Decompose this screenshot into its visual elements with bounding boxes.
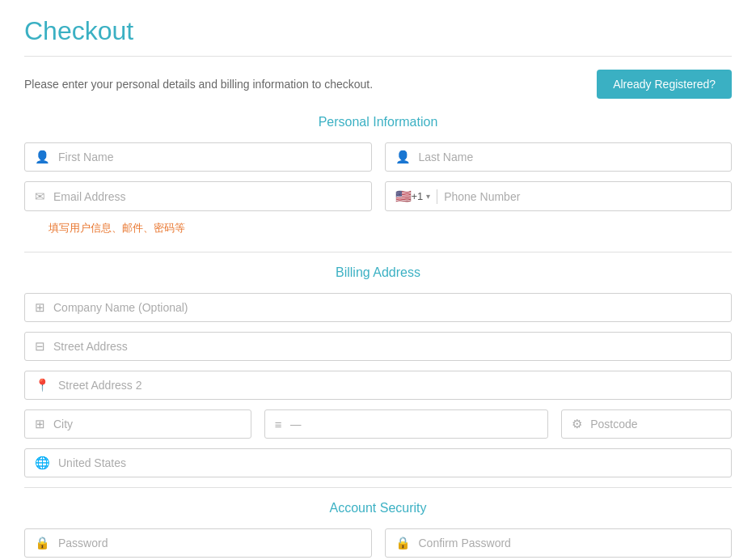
company-row: ⊞ <box>24 293 732 322</box>
phone-group: 🇺🇸 +1 ▾ <box>385 181 733 211</box>
contact-row: ✉ 🇺🇸 +1 ▾ <box>24 181 732 211</box>
page-title: Checkout <box>24 16 732 46</box>
company-input[interactable] <box>53 301 721 314</box>
flag-icon: 🇺🇸 <box>395 189 412 204</box>
street1-input[interactable] <box>53 340 721 353</box>
state-input[interactable] <box>290 418 538 431</box>
city-input[interactable] <box>53 418 241 431</box>
street2-row: 📍 <box>24 371 732 400</box>
company-group: ⊞ <box>24 293 732 322</box>
city-state-row: ⊞ ≡ ⚙ <box>24 409 732 439</box>
country-input[interactable] <box>58 456 721 469</box>
annotation-wrapper: 填写用户信息、邮件、密码等 <box>24 221 732 245</box>
password-group: 🔒 <box>24 528 372 558</box>
confirm-password-input[interactable] <box>419 537 722 549</box>
state-icon: ≡ <box>275 418 282 431</box>
company-icon: ⊞ <box>35 300 45 315</box>
user-icon: 👤 <box>35 150 50 164</box>
country-group: 🌐 <box>24 448 732 477</box>
street2-input[interactable] <box>58 379 721 392</box>
top-divider <box>24 56 732 57</box>
billing-address-heading: Billing Address <box>24 265 732 280</box>
postcode-group: ⚙ <box>561 409 732 439</box>
chevron-down-icon: ▾ <box>426 192 430 201</box>
annotation-text: 填写用户信息、邮件、密码等 <box>49 221 185 235</box>
lock-icon-2: 🔒 <box>395 536 411 550</box>
password-row: 🔒 🔒 <box>24 528 732 558</box>
phone-input[interactable] <box>444 190 721 203</box>
last-name-input[interactable] <box>419 151 722 163</box>
password-input[interactable] <box>58 537 361 549</box>
name-row: 👤 👤 <box>24 142 732 172</box>
street1-group: ⊟ <box>24 332 732 361</box>
intro-text: Please enter your personal details and b… <box>24 78 373 91</box>
first-name-group: 👤 <box>24 142 372 172</box>
prefix-code: +1 <box>412 190 424 202</box>
intro-row: Please enter your personal details and b… <box>24 70 732 99</box>
billing-divider <box>24 252 732 252</box>
already-registered-button[interactable]: Already Registered? <box>597 70 732 99</box>
street-icon: ⊟ <box>35 339 45 354</box>
user-icon-2: 👤 <box>395 150 411 164</box>
email-group: ✉ <box>24 181 372 211</box>
phone-prefix[interactable]: +1 ▾ <box>412 190 431 202</box>
page-container: Checkout Please enter your personal deta… <box>0 0 756 560</box>
country-row: 🌐 <box>24 448 732 477</box>
city-group: ⊞ <box>24 409 251 439</box>
email-icon: ✉ <box>35 189 45 204</box>
postcode-icon: ⚙ <box>572 417 582 431</box>
personal-info-heading: Personal Information <box>24 115 732 129</box>
account-security-heading: Account Security <box>24 501 732 515</box>
last-name-group: 👤 <box>385 142 733 172</box>
street2-group: 📍 <box>24 371 732 400</box>
security-divider <box>24 487 732 488</box>
state-group: ≡ <box>264 409 549 439</box>
street1-row: ⊟ <box>24 332 732 361</box>
postcode-input[interactable] <box>590 418 721 431</box>
first-name-input[interactable] <box>58 151 361 163</box>
globe-icon: 🌐 <box>35 456 50 470</box>
city-icon: ⊞ <box>35 417 45 431</box>
confirm-password-group: 🔒 <box>385 528 733 558</box>
prefix-divider <box>437 189 437 204</box>
email-input[interactable] <box>53 190 361 203</box>
lock-icon: 🔒 <box>35 536 50 550</box>
pin-icon: 📍 <box>35 378 50 392</box>
